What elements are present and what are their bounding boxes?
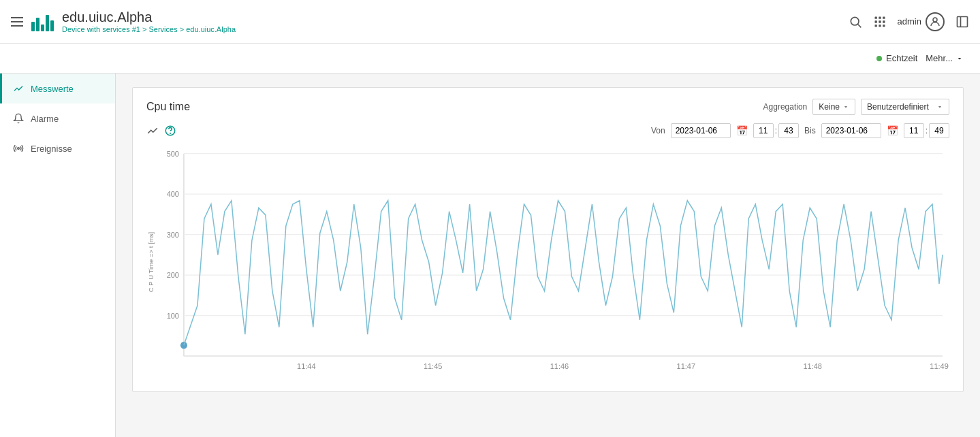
radio-icon <box>13 143 24 154</box>
page-title: edu.uiuc.Alpha <box>62 10 236 25</box>
bis-label: Bis <box>804 126 816 135</box>
custom-dropdown[interactable]: Benutzerdefiniert <box>861 99 949 115</box>
aggregation-block: Aggregation Keine Benutzerdefiniert <box>763 99 949 115</box>
von-min-input[interactable] <box>778 123 799 138</box>
svg-text:11:45: 11:45 <box>424 362 442 370</box>
admin-name: admin <box>898 16 921 27</box>
mehr-button[interactable]: Mehr... <box>926 53 964 63</box>
svg-text:11:49: 11:49 <box>930 362 948 370</box>
realtime-indicator: Echtzeit <box>876 53 917 63</box>
bis-time: : <box>904 123 949 138</box>
svg-rect-12 <box>958 16 968 27</box>
sidebar-toggle-icon[interactable] <box>955 15 969 29</box>
header: edu.uiuc.Alpha Device with services #1 >… <box>0 0 980 44</box>
chart-svg: 500 400 300 200 100 11:44 11:45 11:46 11… <box>146 146 949 378</box>
sidebar-item-messwerte[interactable]: Messwerte <box>0 74 115 103</box>
toolbar: Echtzeit Mehr... <box>0 44 980 74</box>
svg-rect-5 <box>874 20 876 22</box>
logo-icon <box>31 12 54 31</box>
apps-icon[interactable] <box>873 15 887 29</box>
chart-toolbar: Von 📅 : Bis 📅 : <box>146 123 949 138</box>
bell-icon <box>13 113 24 124</box>
sidebar-label-ereignisse: Ereignisse <box>31 144 72 154</box>
header-left: edu.uiuc.Alpha Device with services #1 >… <box>11 10 849 33</box>
von-calendar-icon[interactable]: 📅 <box>736 125 748 136</box>
aggregation-dropdown[interactable]: Keine <box>812 99 855 115</box>
svg-rect-7 <box>883 20 885 22</box>
breadcrumb-device[interactable]: Device with services #1 <box>62 25 140 33</box>
help-icon[interactable] <box>164 125 176 137</box>
bis-date-input[interactable] <box>821 123 881 138</box>
bis-hour-input[interactable] <box>904 123 924 138</box>
chart-line-icon <box>13 83 24 94</box>
svg-text:400: 400 <box>167 190 179 198</box>
svg-point-11 <box>933 18 937 22</box>
svg-point-16 <box>170 133 171 133</box>
svg-rect-3 <box>879 16 881 18</box>
header-right: admin <box>849 12 969 31</box>
bis-calendar-icon[interactable]: 📅 <box>887 125 898 136</box>
svg-line-1 <box>857 24 861 27</box>
svg-text:11:48: 11:48 <box>803 362 821 370</box>
svg-rect-2 <box>874 16 876 18</box>
sidebar-label-alarme: Alarme <box>31 114 59 124</box>
svg-text:200: 200 <box>167 271 179 279</box>
svg-rect-4 <box>883 16 885 18</box>
svg-text:500: 500 <box>167 150 179 158</box>
layout: Messwerte Alarme Ereignisse <box>0 74 980 437</box>
admin-block[interactable]: admin <box>898 12 945 31</box>
line-chart-icon[interactable] <box>146 125 159 137</box>
von-time: : <box>753 123 799 138</box>
mehr-label: Mehr... <box>926 53 953 63</box>
breadcrumb-services[interactable]: Services <box>148 25 177 33</box>
chart-title: Cpu time <box>146 101 190 113</box>
menu-icon[interactable] <box>11 17 23 27</box>
sidebar-item-alarme[interactable]: Alarme <box>0 103 115 133</box>
svg-text:11:44: 11:44 <box>297 362 315 370</box>
bis-min-input[interactable] <box>929 123 949 138</box>
von-hour-input[interactable] <box>753 123 774 138</box>
svg-point-0 <box>851 17 859 25</box>
chart-toolbar-left <box>146 125 176 137</box>
svg-text:11:46: 11:46 <box>550 362 569 370</box>
chart-area: 500 400 300 200 100 11:44 11:45 11:46 11… <box>146 146 949 378</box>
search-icon[interactable] <box>849 15 862 29</box>
svg-point-14 <box>18 148 20 150</box>
avatar <box>926 12 945 31</box>
main-content: Cpu time Aggregation Keine Benutzerdefin… <box>116 74 980 437</box>
chart-card: Cpu time Aggregation Keine Benutzerdefin… <box>132 87 964 392</box>
svg-text:11:47: 11:47 <box>677 362 695 370</box>
svg-rect-10 <box>883 25 885 27</box>
chart-card-header: Cpu time Aggregation Keine Benutzerdefin… <box>146 99 949 115</box>
sidebar-label-messwerte: Messwerte <box>31 84 74 94</box>
sidebar: Messwerte Alarme Ereignisse <box>0 74 116 437</box>
breadcrumb-current: edu.uiuc.Alpha <box>186 25 236 33</box>
header-title-block: edu.uiuc.Alpha Device with services #1 >… <box>62 10 236 33</box>
von-date-input[interactable] <box>671 123 731 138</box>
svg-text:100: 100 <box>167 312 179 320</box>
realtime-dot <box>876 56 882 61</box>
svg-rect-8 <box>874 25 876 27</box>
realtime-label: Echtzeit <box>886 53 917 63</box>
svg-text:C P U Time => t [ms]: C P U Time => t [ms] <box>148 232 155 292</box>
svg-rect-9 <box>879 25 881 27</box>
aggregation-label: Aggregation <box>763 102 808 112</box>
von-label: Von <box>651 126 665 135</box>
svg-rect-6 <box>879 20 881 22</box>
breadcrumb: Device with services #1 > Services > edu… <box>62 25 236 33</box>
sidebar-item-ereignisse[interactable]: Ereignisse <box>0 133 115 163</box>
svg-text:300: 300 <box>167 231 179 239</box>
chart-toolbar-right: Von 📅 : Bis 📅 : <box>651 123 949 138</box>
